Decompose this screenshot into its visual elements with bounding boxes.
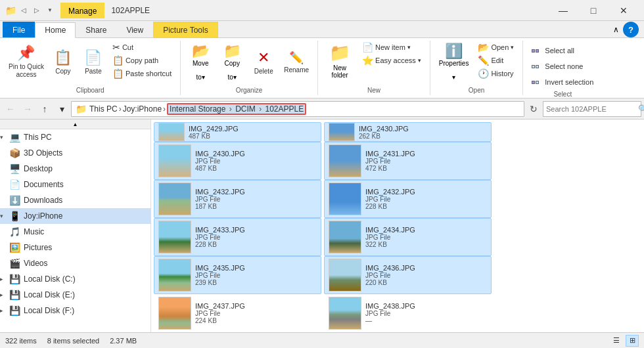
rename-button[interactable]: ✏️ Rename: [281, 41, 312, 83]
file-name: IMG_2432.JPG: [195, 188, 317, 196]
sidebar-item-local-e[interactable]: ▸ 💾 Local Disk (E:): [0, 287, 150, 303]
file-info: IMG_2438.JPG JPG File —: [365, 302, 487, 324]
file-thumbnail: [329, 221, 361, 253]
open-button[interactable]: 📂 Open ▾: [474, 41, 517, 54]
file-row-top: IMG_2429.JPG 487 KB IMG_2430.JPG 262 KB: [154, 122, 641, 142]
path-current-folder[interactable]: 102APPLE: [265, 104, 304, 114]
move-to-dropdown[interactable]: to▾: [186, 72, 215, 82]
new-folder-icon: 📁: [329, 43, 350, 63]
list-item[interactable]: IMG_2436.JPG JPG File 220 KB: [324, 256, 492, 294]
back-button[interactable]: ←: [3, 101, 18, 117]
file-item[interactable]: IMG_2429.JPG 487 KB: [154, 122, 321, 142]
easy-access-button[interactable]: ⭐ Easy access ▾: [359, 54, 425, 67]
up-button[interactable]: ↑: [37, 101, 53, 117]
paste-button[interactable]: 📄 Paste: [79, 41, 108, 83]
search-box[interactable]: 🔍: [543, 101, 641, 117]
tab-view[interactable]: View: [116, 22, 153, 37]
expand-this-pc: ▾: [0, 134, 8, 141]
select-none-button[interactable]: Select none: [528, 59, 597, 74]
sidebar-item-3d-objects[interactable]: 📦 3D Objects: [0, 145, 150, 161]
file-item[interactable]: IMG_2430.JPG 262 KB: [324, 122, 492, 142]
search-input[interactable]: [546, 105, 637, 113]
ribbon-collapse-icon[interactable]: ∧: [613, 25, 619, 34]
list-item[interactable]: IMG_2435.JPG JPG File 239 KB: [154, 256, 321, 294]
file-info: IMG_2434.JPG JPG File 322 KB: [365, 226, 487, 248]
3d-objects-icon: 📦: [8, 148, 21, 158]
edit-button[interactable]: ✏️ Edit: [474, 54, 517, 67]
sidebar-item-music[interactable]: 🎵 Music: [0, 224, 150, 240]
sidebar-item-downloads[interactable]: ⬇️ Downloads: [0, 192, 150, 208]
tab-file[interactable]: File: [3, 22, 35, 37]
file-type: JPG File: [365, 310, 487, 317]
delete-button[interactable]: ✕ Delete: [249, 41, 278, 83]
path-dcim[interactable]: DCIM: [235, 104, 256, 114]
copy-button[interactable]: 📋 Copy: [49, 41, 78, 83]
title-bar: 📁 ◁ ▷ ▼ Manage 102APPLE — □ ✕: [0, 0, 644, 21]
sidebar-scroll-up[interactable]: ▲: [0, 120, 150, 129]
paste-shortcut-button[interactable]: 📋 Paste shortcut: [109, 67, 175, 80]
pin-quick-access-button[interactable]: 📌 Pin to Quick access: [5, 41, 47, 83]
refresh-button[interactable]: ↻: [526, 101, 541, 117]
tab-share[interactable]: Share: [76, 22, 116, 37]
sidebar-item-pictures[interactable]: 🖼️ Pictures: [0, 240, 150, 255]
file-info: IMG_2433.JPG JPG File 228 KB: [195, 226, 317, 248]
file-type: JPG File: [195, 234, 317, 241]
new-small-col: 📄 New item ▾ ⭐ Easy access ▾: [359, 41, 425, 67]
maximize-button[interactable]: □: [578, 0, 609, 21]
properties-top[interactable]: ℹ️ Properties: [436, 41, 472, 72]
local-f-icon: 💾: [8, 305, 21, 316]
new-label: New: [323, 85, 425, 95]
path-iphone[interactable]: Joy:iPhone: [123, 104, 162, 114]
close-button[interactable]: ✕: [609, 0, 639, 21]
move-to-top[interactable]: 📂 Move: [186, 41, 215, 72]
new-item-button[interactable]: 📄 New item ▾: [359, 41, 425, 54]
new-folder-button[interactable]: 📁 Newfolder: [323, 41, 356, 83]
list-item[interactable]: IMG_2433.JPG JPG File 228 KB: [154, 218, 321, 256]
folder-name-title: 102APPLE: [111, 6, 150, 15]
cut-button[interactable]: ✂ Cut: [109, 41, 175, 54]
list-item[interactable]: IMG_2431.JPG JPG File 472 KB: [324, 142, 492, 180]
history-button[interactable]: 🕐 History: [474, 67, 517, 80]
path-this-pc[interactable]: This PC: [89, 104, 118, 114]
list-item[interactable]: IMG_2432.JPG JPG File 187 KB: [154, 180, 321, 218]
sidebar-item-this-pc[interactable]: ▾ 💻 This PC: [0, 129, 150, 145]
list-item[interactable]: IMG_2437.JPG JPG File 224 KB: [154, 294, 321, 332]
path-storage[interactable]: Internal Storage: [170, 104, 225, 114]
file-row: IMG_2430.JPG JPG File 487 KB IMG_2431.JP…: [154, 142, 641, 180]
new-group: 📁 Newfolder 📄 New item ▾ ⭐ Easy access ▾…: [318, 41, 430, 95]
recent-dropdown[interactable]: ▾: [54, 101, 70, 117]
minimize-button[interactable]: —: [548, 0, 578, 21]
copy-to-dropdown[interactable]: to▾: [218, 72, 246, 82]
file-info: IMG_2430.JPG JPG File 487 KB: [195, 150, 317, 172]
tab-picture-tools[interactable]: Picture Tools: [153, 22, 218, 37]
properties-dropdown[interactable]: ▾: [436, 72, 472, 82]
organize-items: 📂 Move to▾ 📁 Copy to▾ ✕ Delete: [186, 41, 312, 85]
sidebar-item-documents[interactable]: 📄 Documents: [0, 177, 150, 192]
address-path[interactable]: 📁 This PC › Joy:iPhone › Internal Storag…: [71, 101, 524, 117]
clipboard-label: Clipboard: [5, 85, 175, 95]
copy-path-button[interactable]: 📋 Copy path: [109, 54, 175, 67]
details-view-button[interactable]: ☰: [610, 335, 623, 347]
tab-home[interactable]: Home: [35, 22, 76, 38]
list-item[interactable]: IMG_2430.JPG JPG File 487 KB: [154, 142, 321, 180]
select-all-button[interactable]: Select all: [528, 43, 597, 58]
list-item[interactable]: IMG_2432.JPG JPG File 228 KB: [324, 180, 492, 218]
invert-selection-button[interactable]: Invert selection: [528, 75, 597, 89]
sidebar-item-local-c[interactable]: ▸ 💾 Local Disk (C:): [0, 271, 150, 287]
list-item[interactable]: IMG_2438.JPG JPG File —: [324, 294, 492, 332]
manage-tab[interactable]: Manage: [60, 3, 104, 18]
copy-to-top[interactable]: 📁 Copy: [218, 41, 246, 72]
help-button[interactable]: ?: [623, 22, 639, 37]
file-area: IMG_2429.JPG 487 KB IMG_2430.JPG 262 KB …: [151, 120, 644, 332]
tiles-view-button[interactable]: ⊞: [626, 335, 639, 347]
file-type: JPG File: [195, 196, 317, 203]
sidebar-item-videos[interactable]: 🎬 Videos: [0, 255, 150, 271]
forward-button[interactable]: →: [20, 101, 35, 117]
sidebar-item-desktop[interactable]: 🖥️ Desktop: [0, 161, 150, 177]
list-item[interactable]: IMG_2434.JPG JPG File 322 KB: [324, 218, 492, 256]
select-label: Select: [528, 89, 597, 99]
folder-icon-path: 📁: [76, 104, 87, 114]
videos-icon: 🎬: [8, 258, 21, 269]
sidebar-item-joy-iphone[interactable]: ▾ 📱 Joy:iPhone: [0, 208, 150, 224]
sidebar-item-local-f[interactable]: ▸ 💾 Local Disk (F:): [0, 303, 150, 318]
